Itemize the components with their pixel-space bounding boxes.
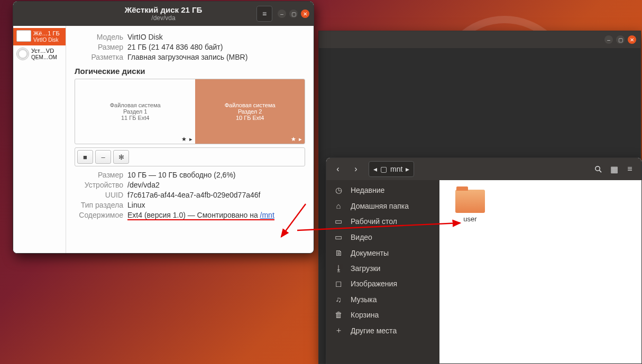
chevron-right-icon: ▸: [406, 165, 409, 173]
sidebar-trash[interactable]: 🗑Корзина: [326, 307, 439, 322]
delete-button[interactable]: –: [95, 150, 111, 164]
search-button[interactable]: [591, 162, 606, 176]
camera-icon: ◻: [334, 279, 343, 288]
hamburger-menu-button[interactable]: ≡: [256, 6, 272, 22]
value-device: /dev/vda2: [127, 181, 160, 189]
sidebar-music[interactable]: ♫Музыка: [326, 292, 439, 307]
path-bar[interactable]: ◂ ▢ mnt ▸: [369, 161, 414, 177]
chevron-left-icon: ◂: [373, 165, 377, 173]
sidebar-desktop[interactable]: ▭Рабочий стол: [326, 213, 439, 229]
value-model: VirtIO Disk: [127, 33, 163, 41]
partition-2[interactable]: Файловая система Раздел 2 10 ГБ Ext4 ★ ▸: [195, 79, 305, 144]
desktop-icon: ▭: [334, 217, 343, 226]
hamburger-button[interactable]: ≡: [622, 162, 637, 176]
music-icon: ♫: [334, 295, 343, 304]
label-device: Устройство: [75, 181, 127, 189]
label-parttype: Тип раздела: [75, 201, 127, 209]
files-titlebar[interactable]: ‹ › ◂ ▢ mnt ▸ ▦ ≡: [326, 158, 641, 180]
star-play-icon: ★ ▸: [181, 136, 193, 143]
sidebar-videos[interactable]: ▭Видео: [326, 229, 439, 245]
search-icon: [594, 165, 602, 173]
back-button[interactable]: ‹: [331, 162, 345, 176]
unmount-button[interactable]: ■: [77, 150, 93, 164]
files-content[interactable]: user: [439, 180, 641, 363]
download-icon: ⭳: [334, 264, 343, 273]
value-size: 21 ГБ (21 474 836 480 байт): [127, 43, 223, 51]
partition-toolbar: ■ – ✻: [75, 147, 305, 166]
sidebar-pictures[interactable]: ◻Изображения: [326, 276, 439, 292]
trash-icon: 🗑: [334, 310, 343, 319]
partition-map: Файловая система Раздел 1 11 ГБ Ext4 ★ ▸…: [75, 79, 305, 144]
disk-detail-pane: Модель VirtIO Disk Размер 21 ГБ (21 474 …: [66, 26, 314, 253]
value-vol-size: 10 ГБ — 10 ГБ свободно (2,6%): [127, 171, 236, 179]
clock-icon: ◷: [334, 185, 343, 195]
breadcrumb-mnt[interactable]: mnt: [390, 165, 402, 173]
device-item-cd[interactable]: Уст…VD QEM…OM: [13, 45, 66, 63]
sidebar-recent[interactable]: ◷Недавние: [326, 182, 439, 198]
files-sidebar: ◷Недавние ⌂Домашняя папка ▭Рабочий стол …: [326, 180, 439, 363]
value-parttype: Linux: [127, 201, 145, 209]
sidebar-downloads[interactable]: ⭳Загрузки: [326, 260, 439, 276]
star-play-icon: ★ ▸: [291, 136, 302, 143]
label-size: Размер: [75, 43, 127, 51]
device-item-hdd[interactable]: Жё…1 ГБ VirtIO Disk: [13, 28, 66, 45]
drive-icon: ▢: [380, 165, 387, 173]
label-model: Модель: [75, 33, 127, 41]
folder-label: user: [449, 215, 491, 223]
volumes-heading: Логические диски: [75, 67, 305, 76]
folder-icon: [455, 190, 485, 213]
minimize-button[interactable]: –: [604, 35, 613, 44]
value-partitioning: Главная загрузочная запись (MBR): [127, 53, 247, 61]
svg-line-1: [599, 170, 601, 172]
maximize-button[interactable]: ▢: [616, 35, 625, 44]
value-content: Ext4 (версия 1.0) — Смонтировано на /mnt: [127, 211, 274, 220]
label-content: Содержимое: [75, 211, 127, 220]
sidebar-home[interactable]: ⌂Домашняя папка: [326, 198, 439, 213]
cd-icon: [16, 48, 29, 60]
disks-window: Жёсткий диск 21 ГБ /dev/vda ≡ – ▢ ✕ Жё…1…: [13, 1, 314, 254]
plus-icon: ＋: [334, 325, 343, 335]
device-sidebar: Жё…1 ГБ VirtIO Disk Уст…VD QEM…OM: [13, 26, 66, 253]
gear-button[interactable]: ✻: [113, 150, 129, 164]
folder-user[interactable]: user: [449, 190, 491, 223]
video-icon: ▭: [334, 232, 343, 242]
sidebar-other[interactable]: ＋Другие места: [326, 322, 439, 339]
hdd-icon: [16, 30, 31, 42]
label-uuid: UUID: [75, 191, 127, 199]
disks-titlebar[interactable]: Жёсткий диск 21 ГБ /dev/vda ≡ – ▢ ✕: [13, 2, 314, 26]
label-partitioning: Разметка: [75, 53, 127, 61]
view-grid-button[interactable]: ▦: [607, 162, 621, 176]
home-icon: ⌂: [334, 201, 343, 210]
value-uuid: f7c617a6-af44-4ea7-a4fb-029e0d77a46f: [127, 191, 260, 199]
svg-point-0: [595, 166, 599, 170]
partition-1[interactable]: Файловая система Раздел 1 11 ГБ Ext4 ★ ▸: [75, 79, 195, 144]
sidebar-documents[interactable]: 🗎Документы: [326, 245, 439, 260]
forward-button[interactable]: ›: [348, 162, 363, 176]
doc-icon: 🗎: [334, 248, 343, 257]
files-window: ‹ › ◂ ▢ mnt ▸ ▦ ≡ ◷Недавние ⌂Домашняя па…: [326, 157, 642, 364]
close-button[interactable]: ✕: [628, 35, 636, 44]
mount-point-link[interactable]: /mnt: [260, 211, 274, 219]
label-vol-size: Размер: [75, 171, 127, 179]
